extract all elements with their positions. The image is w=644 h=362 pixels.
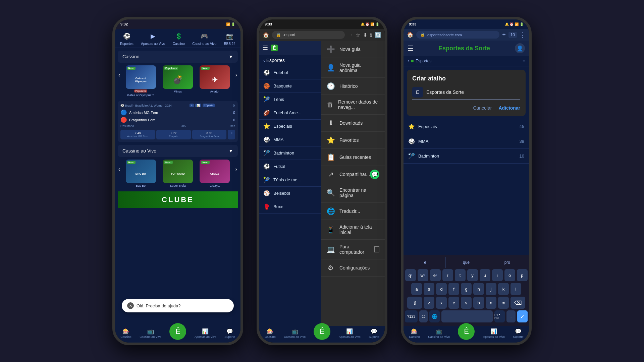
menu-icon[interactable]: ☰ [263, 44, 268, 52]
more-options-icon[interactable]: ⋮ [520, 31, 526, 39]
odd-2[interactable]: 2.72 Empate [156, 130, 191, 139]
key-j[interactable]: j [486, 283, 496, 295]
sidebar-mma[interactable]: 🥋 MMA [259, 133, 321, 146]
carousel-next[interactable]: › [235, 65, 238, 85]
suggest-pro[interactable]: pro [487, 257, 528, 268]
sidebar-futebol[interactable]: ⚽ Futebol [259, 66, 321, 79]
cancel-button[interactable]: Cancelar [473, 105, 492, 111]
key-m[interactable]: m [498, 297, 509, 309]
menu-historico[interactable]: 🕐 Histórico [321, 78, 385, 95]
menu-remover-dados[interactable]: 🗑 Remover dados de naveg... [321, 95, 385, 115]
key-q[interactable]: q1 [405, 269, 416, 281]
forward-icon[interactable]: → [347, 32, 353, 38]
key-l[interactable]: l [511, 283, 521, 295]
key-a[interactable]: a [411, 283, 422, 295]
nav-esportes[interactable]: ⚽ Esportes [120, 32, 133, 46]
numbers-key[interactable]: ?123 [405, 310, 418, 322]
menu-guias-recentes[interactable]: 📋 Guias recentes [321, 149, 385, 166]
nav-bbb[interactable]: 📷 BBB 24 [224, 32, 235, 46]
key-s[interactable]: s [424, 283, 434, 295]
game-crazy[interactable]: Novo CRAZY Crazy... [198, 160, 232, 187]
menu-favoritos[interactable]: ⭐ Favoritos [321, 132, 385, 149]
game-olympus[interactable]: Novo Gates ofOlympus Populares Gates of … [123, 65, 158, 97]
carousel-prev[interactable]: ‹ [118, 65, 121, 85]
p2-bottom-cassino-vivo[interactable]: 📺 Cassino ao Vivo [284, 328, 306, 340]
sidebar-especiais[interactable]: ⭐ Especiais [259, 120, 321, 133]
bottom-apostas[interactable]: 📊 Apostas ao Vivo [195, 328, 216, 340]
key-o[interactable]: o [504, 269, 515, 281]
sport-especiais[interactable]: ⭐ Especiais 45 [404, 119, 529, 134]
key-d[interactable]: d [436, 283, 447, 295]
url-bar[interactable]: 🔒 .esport [272, 31, 345, 39]
menu-compartilhar[interactable]: ↗ Compartilhar... 💬 [321, 166, 385, 183]
key-k[interactable]: k [498, 283, 509, 295]
add-button[interactable]: Adicionar [498, 105, 520, 111]
user-avatar[interactable]: 👤 [515, 43, 525, 53]
suggest-e[interactable]: é [405, 257, 446, 268]
key-y[interactable]: y [467, 269, 478, 281]
key-w[interactable]: w2 [418, 269, 428, 281]
menu-add-tela[interactable]: 📱 Adicionar à tela inicial [321, 220, 385, 240]
bottom-suporte[interactable]: 💬 Suporte [224, 328, 235, 340]
space-key[interactable] [441, 310, 493, 322]
odd-3[interactable]: 3.05 Bragantino Fem [192, 130, 227, 139]
odd-more[interactable]: F [228, 130, 235, 139]
key-f[interactable]: f [448, 283, 459, 295]
sport-badminton[interactable]: 🏸 Badminton 10 [404, 149, 529, 164]
key-v[interactable]: v [461, 297, 472, 309]
p3-url-bar[interactable]: 🔒 .esportesdasorte.com [416, 31, 499, 39]
cassino-vivo-header[interactable]: Cassino ao Vivo ▼ [118, 145, 238, 157]
bottom-cassino-vivo[interactable]: 📺 Cassino ao Vivo [140, 328, 161, 340]
nav-apostas[interactable]: ▶ Apostas ao Vivo [141, 32, 165, 46]
sidebar-badminton[interactable]: 🏸 Badminton [259, 146, 321, 160]
period-key[interactable]: . [506, 310, 516, 322]
p3-bottom-cassino[interactable]: 🎰 Cassino [409, 328, 420, 340]
shortcut-text-input[interactable] [426, 89, 520, 95]
globe-key[interactable]: 🌐 [429, 310, 440, 322]
carousel2-prev[interactable]: ‹ [118, 160, 121, 179]
key-u[interactable]: u [480, 269, 490, 281]
p2-bottom-apostas[interactable]: 📊 Apostas ao Vivo [339, 328, 361, 340]
sidebar-beisebol[interactable]: ⚾ Beisebol [259, 187, 321, 200]
close-bubble-btn[interactable]: ✕ [127, 302, 134, 309]
menu-para-computador[interactable]: 💻 Para computador [321, 240, 385, 259]
sidebar-tenis[interactable]: 🎾 Tênis [259, 93, 321, 106]
sidebar-futsal[interactable]: ⚽ Futsal [259, 160, 321, 173]
back-arrow-icon[interactable]: ‹ [408, 59, 409, 63]
menu-traduzir[interactable]: 🌐 Traduzir... [321, 203, 385, 220]
cassino-header[interactable]: Cassino ▼ [118, 51, 238, 63]
p3-bottom-cassino-vivo[interactable]: 📺 Cassino ao Vivo [428, 328, 450, 340]
confirm-key[interactable]: ✓ [517, 310, 528, 322]
menu-downloads[interactable]: ⬇ Downloads [321, 115, 385, 132]
lang-key[interactable]: PT • EN [494, 310, 505, 322]
menu-configuracoes[interactable]: ⚙ Configurações [321, 259, 385, 277]
key-h[interactable]: h [473, 283, 484, 295]
menu-encontrar[interactable]: 🔍 Encontrar na página [321, 183, 385, 203]
sidebar-esportes[interactable]: ‹ Esportes [259, 55, 321, 66]
key-b[interactable]: b [473, 297, 484, 309]
key-e[interactable]: e3 [430, 269, 441, 281]
menu-nova-guia[interactable]: ➕ Nova guia [321, 41, 385, 58]
add-tab-btn[interactable]: + [502, 31, 506, 38]
key-r[interactable]: r [442, 269, 453, 281]
info-icon[interactable]: ℹ [370, 32, 372, 38]
p2-bottom-cassino[interactable]: 🎰 Cassino [265, 328, 276, 340]
key-g[interactable]: g [461, 283, 472, 295]
key-t[interactable]: t [455, 269, 466, 281]
key-n[interactable]: n [486, 297, 496, 309]
p3-menu-icon[interactable]: ☰ [408, 44, 414, 52]
nav-cassino[interactable]: 💲 Cassino [173, 32, 185, 46]
sidebar-futebol-ame[interactable]: 🏈 Futebol Ame... [259, 106, 321, 120]
key-p[interactable]: p [517, 269, 528, 281]
odd-1[interactable]: 2.48 América MG Fem [120, 130, 155, 139]
sidebar-tenis-me[interactable]: 🎾 Tênis de me... [259, 173, 321, 187]
home-icon[interactable]: 🏠 [263, 32, 269, 38]
download-icon[interactable]: ⬇ [363, 32, 367, 38]
bottom-center-logo[interactable]: Ê [169, 323, 186, 340]
suggest-que[interactable]: que [446, 257, 487, 268]
nav-cassino-vivo[interactable]: 🎮 Cassino ao Vivo [192, 32, 216, 46]
emoji-key[interactable]: ☺ [419, 310, 428, 322]
p3-bottom-apostas[interactable]: 📊 Apostas ao Vivo [483, 328, 505, 340]
bottom-cassino[interactable]: 🎰 Cassino [120, 328, 131, 340]
carousel2-next[interactable]: › [235, 160, 238, 179]
